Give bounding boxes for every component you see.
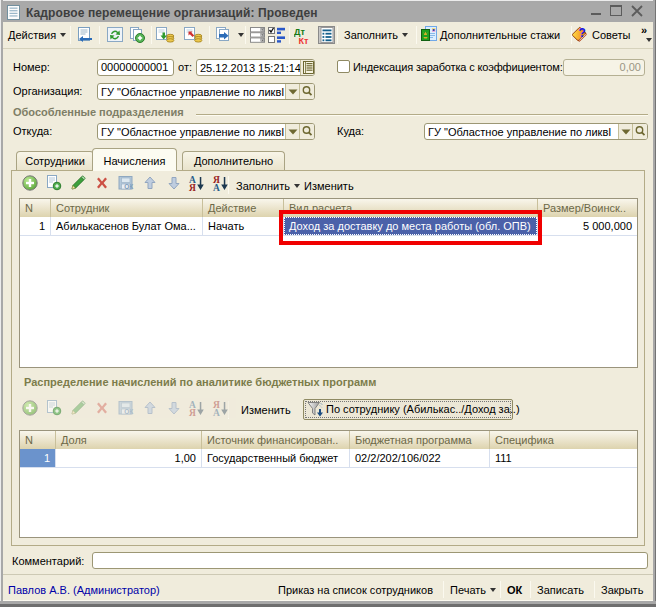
svg-text:Я: Я (189, 183, 196, 191)
svg-text:ОК: ОК (124, 183, 133, 190)
svg-text:А: А (213, 183, 220, 191)
svg-text:?: ? (579, 26, 586, 40)
svg-text:Кт: Кт (299, 36, 309, 45)
